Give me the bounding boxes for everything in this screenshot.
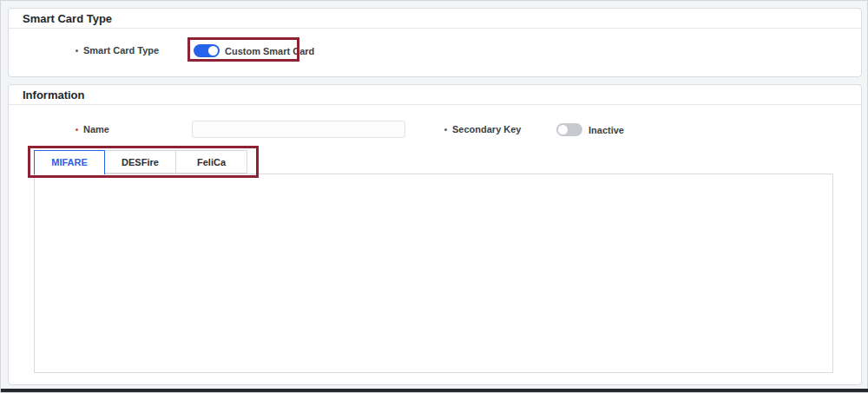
card-type-tabs: MIFARE DESFire FeliCa: [34, 150, 247, 174]
page: Smart Card Type Smart Card Type Custom S…: [0, 0, 868, 393]
secondary-key-top-state: Inactive: [589, 125, 624, 135]
mifare-tab-content: [34, 174, 833, 373]
bullet-icon: [76, 49, 78, 52]
bottom-edge-bar: [1, 389, 868, 392]
required-bullet-icon: [76, 128, 78, 131]
smart-card-type-toggle[interactable]: [194, 44, 220, 57]
smart-card-type-panel-title: Smart Card Type: [9, 9, 861, 29]
name-input[interactable]: [192, 121, 405, 138]
name-label: Name: [76, 123, 109, 135]
smart-card-type-toggle-label: Custom Smart Card: [225, 46, 314, 56]
smart-card-type-label: Smart Card Type: [76, 44, 159, 56]
secondary-key-top-toggle[interactable]: [556, 123, 582, 136]
toggle-knob: [558, 125, 568, 134]
information-panel-title: Information: [9, 85, 861, 105]
bullet-icon: [444, 128, 447, 131]
smart-card-type-panel: Smart Card Type: [8, 8, 862, 77]
tab-mifare[interactable]: MIFARE: [34, 150, 105, 174]
tab-desfire[interactable]: DESFire: [105, 150, 176, 174]
toggle-knob: [208, 46, 218, 56]
tab-felica[interactable]: FeliCa: [176, 150, 247, 174]
secondary-key-top-label: Secondary Key: [444, 123, 521, 135]
